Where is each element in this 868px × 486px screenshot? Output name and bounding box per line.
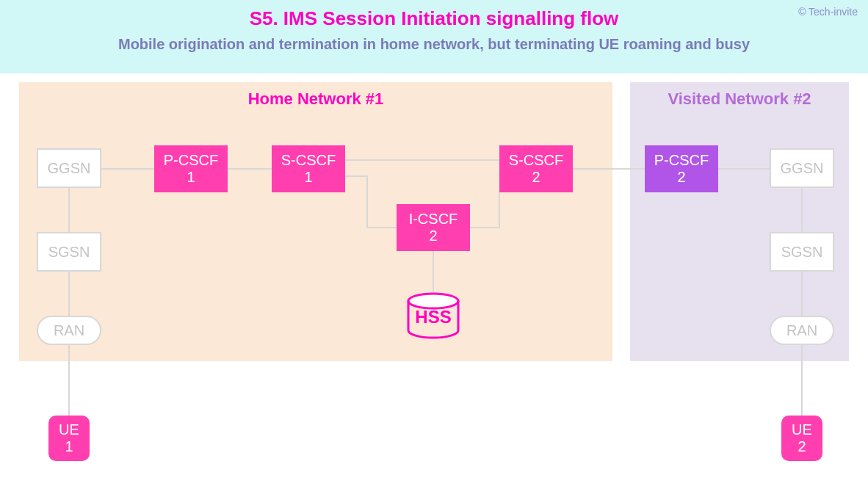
node-label: HSS [406,307,460,327]
node-label: UE [59,421,79,438]
node-label: GGSN [781,160,824,177]
node-label: S-CSCF [281,152,336,169]
node-ggsn-2: GGSN [770,148,834,188]
node-p-cscf-2: P-CSCF 2 [645,145,718,192]
region-home-label: Home Network #1 [19,90,612,109]
node-sublabel: 1 [65,438,73,455]
node-ue-2: UE 2 [781,416,822,461]
node-ran-2: RAN [770,316,834,345]
node-sublabel: 2 [429,228,437,244]
header-band: S5. IMS Session Initiation signalling fl… [0,0,868,73]
node-ggsn-1: GGSN [37,148,101,188]
node-sublabel: 2 [532,169,540,186]
node-s-cscf-1: S-CSCF 1 [272,145,345,192]
node-label: SGSN [48,244,90,261]
node-ue-1: UE 1 [48,416,90,461]
diagram-canvas: S5. IMS Session Initiation signalling fl… [0,0,868,486]
node-label: GGSN [48,160,91,177]
node-label: I-CSCF [409,211,458,228]
region-visited-label: Visited Network #2 [630,90,849,109]
node-sublabel: 2 [798,438,806,455]
svg-point-13 [408,294,458,308]
node-sgsn-1: SGSN [37,232,101,272]
region-home-network: Home Network #1 [19,82,612,361]
diagram-title: S5. IMS Session Initiation signalling fl… [0,0,868,30]
node-label: P-CSCF [164,152,218,169]
node-label: UE [792,421,812,438]
copyright-text: © Tech-invite [798,6,858,18]
diagram-subtitle: Mobile origination and termination in ho… [0,30,868,53]
node-label: RAN [786,322,817,339]
node-ran-1: RAN [37,316,101,345]
node-p-cscf-1: P-CSCF 1 [154,145,228,192]
node-label: S-CSCF [509,152,563,169]
node-label: P-CSCF [654,152,709,169]
node-sublabel: 1 [304,169,312,186]
node-label: RAN [54,322,84,339]
node-i-cscf-2: I-CSCF 2 [397,204,470,251]
node-label: SGSN [781,244,823,261]
node-s-cscf-2: S-CSCF 2 [499,145,573,192]
node-sublabel: 1 [187,169,195,186]
node-hss: HSS [406,292,460,338]
node-sublabel: 2 [677,169,685,186]
node-sgsn-2: SGSN [770,232,834,272]
